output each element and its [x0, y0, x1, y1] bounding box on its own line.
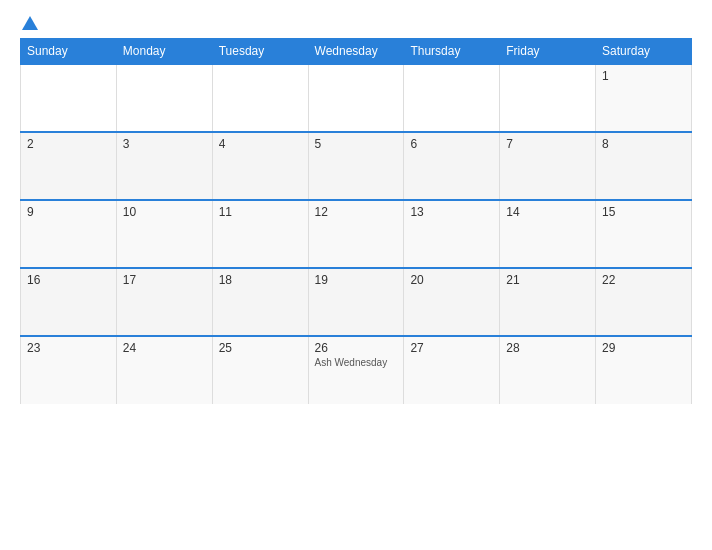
calendar-cell: 22 [596, 268, 692, 336]
calendar-cell [500, 64, 596, 132]
calendar-cell: 8 [596, 132, 692, 200]
day-number: 8 [602, 137, 685, 151]
calendar-cell [116, 64, 212, 132]
day-number: 17 [123, 273, 206, 287]
weekday-header-cell: Saturday [596, 39, 692, 65]
day-number: 18 [219, 273, 302, 287]
day-number: 11 [219, 205, 302, 219]
calendar-cell: 26Ash Wednesday [308, 336, 404, 404]
weekday-header-cell: Sunday [21, 39, 117, 65]
calendar-cell: 1 [596, 64, 692, 132]
calendar-cell: 11 [212, 200, 308, 268]
calendar-cell [308, 64, 404, 132]
calendar-cell: 9 [21, 200, 117, 268]
calendar-week-row: 2345678 [21, 132, 692, 200]
day-number: 22 [602, 273, 685, 287]
day-number: 26 [315, 341, 398, 355]
day-number: 19 [315, 273, 398, 287]
weekday-header-cell: Thursday [404, 39, 500, 65]
day-number: 13 [410, 205, 493, 219]
day-event: Ash Wednesday [315, 357, 398, 368]
calendar-cell: 19 [308, 268, 404, 336]
weekday-header-cell: Monday [116, 39, 212, 65]
day-number: 24 [123, 341, 206, 355]
day-number: 25 [219, 341, 302, 355]
day-number: 16 [27, 273, 110, 287]
day-number: 10 [123, 205, 206, 219]
day-number: 7 [506, 137, 589, 151]
calendar-cell [21, 64, 117, 132]
calendar-cell: 17 [116, 268, 212, 336]
calendar-cell: 13 [404, 200, 500, 268]
calendar-cell: 6 [404, 132, 500, 200]
day-number: 6 [410, 137, 493, 151]
calendar-cell: 29 [596, 336, 692, 404]
calendar-table: SundayMondayTuesdayWednesdayThursdayFrid… [20, 38, 692, 404]
calendar-cell: 4 [212, 132, 308, 200]
calendar-cell: 5 [308, 132, 404, 200]
logo [20, 16, 40, 30]
calendar-week-row: 23242526Ash Wednesday272829 [21, 336, 692, 404]
calendar-cell: 12 [308, 200, 404, 268]
day-number: 28 [506, 341, 589, 355]
calendar-cell: 3 [116, 132, 212, 200]
calendar-cell: 23 [21, 336, 117, 404]
calendar-cell: 7 [500, 132, 596, 200]
calendar-cell: 21 [500, 268, 596, 336]
calendar-cell: 16 [21, 268, 117, 336]
day-number: 27 [410, 341, 493, 355]
weekday-header-cell: Wednesday [308, 39, 404, 65]
day-number: 4 [219, 137, 302, 151]
calendar-week-row: 9101112131415 [21, 200, 692, 268]
calendar-cell: 2 [21, 132, 117, 200]
weekday-header-row: SundayMondayTuesdayWednesdayThursdayFrid… [21, 39, 692, 65]
calendar-cell: 25 [212, 336, 308, 404]
calendar-cell: 18 [212, 268, 308, 336]
calendar-cell: 15 [596, 200, 692, 268]
calendar-cell: 27 [404, 336, 500, 404]
weekday-header-cell: Friday [500, 39, 596, 65]
calendar-cell: 28 [500, 336, 596, 404]
day-number: 20 [410, 273, 493, 287]
calendar-header: SundayMondayTuesdayWednesdayThursdayFrid… [21, 39, 692, 65]
day-number: 15 [602, 205, 685, 219]
calendar-week-row: 1 [21, 64, 692, 132]
day-number: 21 [506, 273, 589, 287]
day-number: 3 [123, 137, 206, 151]
calendar-cell: 14 [500, 200, 596, 268]
logo-triangle-icon [22, 16, 38, 30]
calendar-body: 1234567891011121314151617181920212223242… [21, 64, 692, 404]
day-number: 12 [315, 205, 398, 219]
weekday-header-cell: Tuesday [212, 39, 308, 65]
day-number: 14 [506, 205, 589, 219]
day-number: 29 [602, 341, 685, 355]
calendar-cell: 24 [116, 336, 212, 404]
calendar-week-row: 16171819202122 [21, 268, 692, 336]
day-number: 9 [27, 205, 110, 219]
day-number: 1 [602, 69, 685, 83]
calendar-cell: 10 [116, 200, 212, 268]
calendar-cell [212, 64, 308, 132]
day-number: 2 [27, 137, 110, 151]
calendar-page: SundayMondayTuesdayWednesdayThursdayFrid… [0, 0, 712, 550]
day-number: 23 [27, 341, 110, 355]
header [20, 16, 692, 30]
calendar-cell [404, 64, 500, 132]
calendar-cell: 20 [404, 268, 500, 336]
day-number: 5 [315, 137, 398, 151]
